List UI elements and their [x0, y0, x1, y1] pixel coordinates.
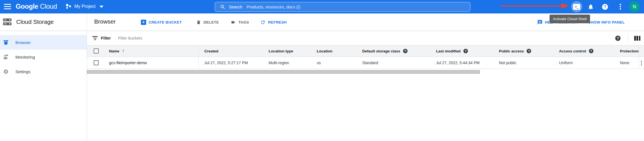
trash-icon	[196, 20, 201, 25]
sidebar-item-label: Browser	[15, 40, 31, 45]
plus-icon: +	[141, 20, 146, 25]
sidebar: Browser Monitoring ⚙ Settings	[0, 31, 87, 141]
page-header: Cloud Storage Browser + CREATE BUCKET DE…	[0, 13, 644, 31]
sidebar-item-label: Monitoring	[15, 55, 35, 59]
default-storage-class-cell: Standard	[362, 57, 436, 69]
logo-cloud-text: Cloud	[40, 3, 57, 10]
project-name: My Project	[74, 4, 96, 9]
bucket-icon	[3, 39, 9, 46]
sort-ascending-icon[interactable]: ↑	[122, 48, 125, 54]
table-row: gcs-fileimporter-demo Jul 27, 2022, 5:27…	[87, 57, 644, 69]
cloud-shell-tooltip: Activate Cloud Shell	[550, 15, 590, 23]
columns-icon	[634, 36, 636, 41]
gcp-console-screen: GoogleCloud My Project Search Products, …	[0, 0, 644, 141]
sidebar-item-monitoring[interactable]: Monitoring	[0, 50, 87, 64]
row-select-cell	[87, 57, 106, 69]
column-display-options-button[interactable]	[634, 36, 640, 41]
column-help-icon[interactable]: ?	[463, 49, 468, 53]
tags-button[interactable]: TAGS	[231, 13, 249, 31]
select-all-cell	[87, 45, 106, 57]
access-control-cell: Uniform	[559, 57, 620, 69]
page-title: Browser	[94, 18, 116, 25]
monitoring-chart-icon	[3, 54, 9, 60]
column-header-access-control[interactable]: Access control ?	[559, 45, 620, 57]
search-placeholder: Products, resources, docs (/)	[247, 4, 300, 9]
column-help-icon[interactable]: ?	[403, 49, 408, 53]
refresh-label: REFRESH	[268, 20, 287, 24]
column-header-name[interactable]: Name ↑	[106, 45, 199, 57]
account-avatar[interactable]: N	[629, 1, 640, 12]
project-switcher[interactable]: My Project	[66, 3, 103, 10]
row-menu-cell: ⋮	[639, 57, 644, 69]
column-header-location-type[interactable]: Location type	[269, 45, 317, 57]
row-checkbox[interactable]	[94, 60, 99, 65]
question-mark-icon: ?	[604, 4, 606, 9]
product-header: Cloud Storage	[3, 18, 54, 26]
filter-row-divider	[628, 34, 628, 43]
header-pinned-cell	[639, 45, 644, 57]
column-help-icon[interactable]: ?	[589, 49, 593, 53]
delete-button[interactable]: DELETE	[196, 13, 219, 31]
table-header-row: Name ↑ Created Location type Location De…	[87, 45, 644, 57]
create-bucket-label: CREATE BUCKET	[149, 20, 182, 24]
annotation-arrow-icon	[500, 2, 570, 10]
tag-icon	[231, 20, 236, 25]
location-cell: us	[317, 57, 362, 69]
filter-icon	[92, 36, 98, 40]
delete-label: DELETE	[203, 20, 219, 24]
sidebar-item-browser[interactable]: Browser	[0, 35, 87, 50]
kebab-icon	[620, 4, 621, 5]
column-header-default-storage-class[interactable]: Default storage class ?	[362, 45, 436, 57]
select-all-checkbox[interactable]	[94, 48, 99, 54]
row-menu-button[interactable]: ⋮	[639, 60, 644, 66]
cloud-shell-terminal-icon: >_	[573, 4, 580, 10]
more-options-button[interactable]	[620, 4, 621, 10]
filter-control[interactable]: Filter	[92, 31, 314, 45]
filter-buckets-input[interactable]	[118, 36, 314, 40]
main-menu-icon[interactable]	[4, 4, 11, 10]
column-header-protection[interactable]: Protection	[620, 45, 639, 57]
gear-icon: ⚙	[3, 68, 9, 75]
sidebar-item-settings[interactable]: ⚙ Settings	[0, 64, 87, 79]
protection-cell: None	[620, 57, 639, 69]
bucket-name-cell[interactable]: gcs-fileimporter-demo	[106, 57, 199, 69]
notifications-button[interactable]	[588, 4, 594, 10]
chevron-down-icon	[100, 6, 103, 8]
show-info-panel-label: SHOW INFO PANEL	[588, 20, 625, 24]
refresh-button[interactable]: REFRESH	[260, 13, 287, 31]
chat-icon	[537, 20, 543, 25]
avatar-initial: N	[633, 4, 636, 10]
filter-label: Filter	[101, 36, 111, 40]
last-modified-cell: Jul 27, 2022, 5:44:34 PM	[436, 57, 499, 69]
cloud-storage-icon	[3, 18, 12, 26]
tags-label: TAGS	[238, 20, 249, 24]
horizontal-scrollbar[interactable]	[87, 70, 480, 74]
show-info-panel-button[interactable]: SHOW INFO PANEL	[588, 13, 625, 31]
google-cloud-logo[interactable]: GoogleCloud	[16, 3, 57, 10]
column-header-public-access[interactable]: Public access ?	[499, 45, 559, 57]
main-content: Filter ? Name ↑ Created Location type Lo…	[87, 31, 644, 141]
activate-cloud-shell-button[interactable]: >_	[571, 1, 582, 12]
top-navigation-bar: GoogleCloud My Project Search Products, …	[0, 0, 644, 13]
search-input[interactable]: Search Products, resources, docs (/)	[215, 2, 470, 12]
table-help-button[interactable]: ?	[615, 36, 621, 41]
column-header-location[interactable]: Location	[317, 45, 362, 57]
public-access-cell: Not public	[499, 57, 559, 69]
column-header-created[interactable]: Created	[199, 45, 269, 57]
column-help-icon[interactable]: ?	[527, 49, 531, 53]
create-bucket-button[interactable]: + CREATE BUCKET	[141, 13, 182, 31]
location-type-cell: Multi-region	[269, 57, 317, 69]
project-icon	[66, 3, 72, 10]
help-button[interactable]: ?	[602, 4, 608, 10]
refresh-icon	[260, 20, 266, 25]
search-icon	[220, 4, 226, 10]
logo-google-text: Google	[16, 3, 38, 10]
filter-row: Filter ?	[87, 31, 644, 45]
sidebar-divider	[87, 13, 87, 141]
search-label: Search	[229, 4, 242, 9]
sidebar-item-label: Settings	[15, 69, 30, 74]
bell-icon	[588, 4, 594, 10]
created-cell: Jul 27, 2022, 5:27:17 PM	[199, 57, 269, 69]
column-header-last-modified[interactable]: Last modified ?	[436, 45, 499, 57]
product-title: Cloud Storage	[16, 19, 54, 25]
